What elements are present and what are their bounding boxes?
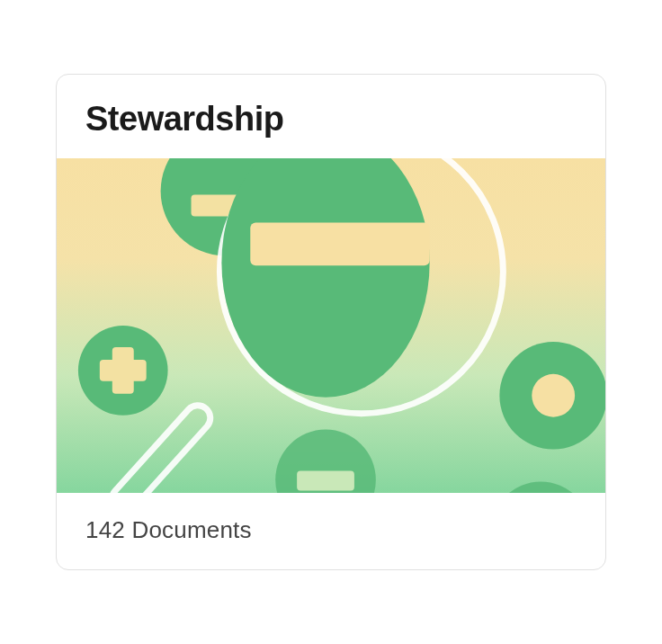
svg-point-7 [490,481,591,493]
svg-rect-13 [250,222,429,265]
minus-circle-icon [275,430,376,493]
category-card[interactable]: Stewardship [56,74,606,570]
donut-icon [499,342,605,450]
svg-rect-15 [297,470,354,490]
document-count: 142 Documents [85,516,577,544]
card-header: Stewardship [57,75,605,158]
card-illustration [57,158,605,493]
card-footer: 142 Documents [57,493,605,569]
plus-circle-icon [490,481,591,493]
card-title: Stewardship [85,100,577,139]
svg-rect-4 [100,360,147,381]
plus-circle-icon [78,326,168,416]
illustration-svg [57,158,605,493]
svg-point-6 [532,374,575,417]
